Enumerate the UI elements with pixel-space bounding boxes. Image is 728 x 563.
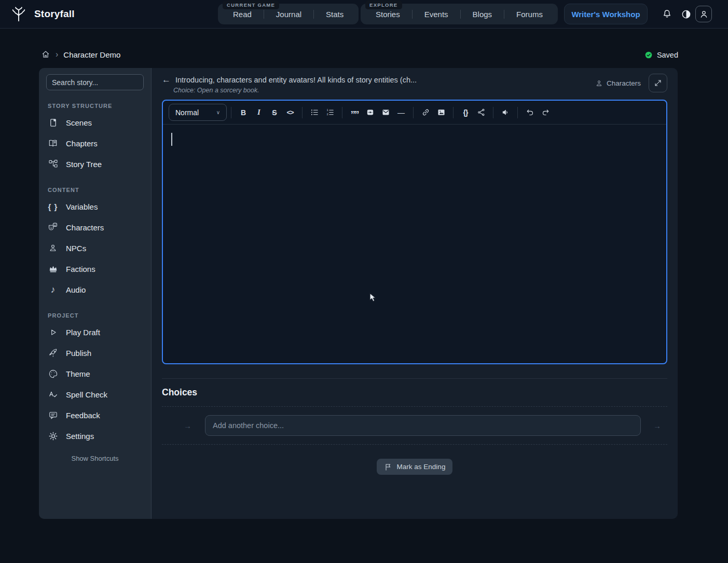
chapters-book-icon: [48, 138, 58, 148]
sidebar-item-factions[interactable]: Factions: [46, 258, 144, 279]
sidebar-item-spell-check[interactable]: Spell Check: [46, 384, 144, 405]
numbered-list-icon: 1 2: [326, 108, 335, 117]
redo-button[interactable]: [538, 105, 553, 120]
sidebar-item-scenes[interactable]: Scenes: [46, 112, 144, 133]
toolbar-divider: [493, 107, 493, 118]
passage-subtitle: Choice: Open a sorcery book.: [173, 87, 667, 94]
paragraph-style-dropdown[interactable]: Normal ∨: [169, 104, 227, 121]
arrow-right-icon: →: [184, 421, 191, 430]
save-status-label: Saved: [657, 51, 678, 59]
section-divider: [162, 378, 667, 379]
music-note-icon: ♪: [48, 284, 58, 295]
editor-text-area[interactable]: [163, 125, 666, 363]
nav-group-badge: CURRENT GAME: [223, 1, 279, 9]
branch-share-button[interactable]: [473, 105, 489, 120]
sidebar-item-label: Chapters: [66, 139, 98, 148]
numbered-list-button[interactable]: 1 2: [322, 105, 338, 120]
crown-icon: [48, 264, 58, 274]
user-icon: [699, 9, 709, 19]
toolbar-divider: [413, 107, 414, 118]
expand-arrows-icon: [654, 79, 662, 87]
home-icon[interactable]: [41, 50, 50, 59]
nav-item-journal[interactable]: Journal: [264, 10, 313, 19]
image-icon: [437, 108, 446, 117]
sidebar-item-variables[interactable]: { } Variables: [46, 196, 144, 217]
sidebar-item-label: Spell Check: [66, 390, 107, 399]
expand-editor-button[interactable]: [649, 74, 667, 92]
show-shortcuts-link[interactable]: Show Shortcuts: [46, 455, 144, 462]
redo-icon: [541, 108, 550, 117]
horizontal-rule-button[interactable]: —: [393, 105, 409, 120]
nav-item-stats[interactable]: Stats: [314, 10, 355, 19]
add-choice-zone: → →: [162, 406, 667, 445]
notifications-bell-icon[interactable]: [662, 9, 672, 20]
blockquote-button[interactable]: ””: [347, 105, 362, 120]
italic-button[interactable]: I: [251, 105, 267, 120]
svg-text:2: 2: [326, 113, 328, 116]
sidebar-item-theme[interactable]: Theme: [46, 363, 144, 384]
sidebar-item-npcs[interactable]: NPCs: [46, 238, 144, 258]
share-nodes-icon: [477, 108, 486, 117]
undo-button[interactable]: [522, 105, 538, 120]
audio-insert-button[interactable]: [498, 105, 513, 120]
theme-contrast-icon[interactable]: [681, 9, 692, 20]
top-navbar: Storyfall CURRENT GAME Read Journal Stat…: [0, 0, 728, 29]
nav-item-stories[interactable]: Stories: [364, 10, 412, 19]
variable-braces-button[interactable]: {}: [458, 105, 473, 120]
mark-as-ending-button[interactable]: Mark as Ending: [377, 459, 453, 475]
sidebar-item-label: Variables: [66, 202, 98, 211]
saved-check-icon: [644, 51, 653, 59]
flag-icon: [384, 463, 392, 471]
inline-button-insert-button[interactable]: [362, 105, 378, 120]
mark-as-ending-label: Mark as Ending: [397, 463, 446, 471]
bullet-list-button[interactable]: [307, 105, 322, 120]
paragraph-style-value: Normal: [175, 108, 199, 117]
image-insert-button[interactable]: [433, 105, 449, 120]
add-choice-input[interactable]: [205, 415, 641, 436]
bold-button[interactable]: B: [236, 105, 251, 120]
story-tree-icon: [48, 159, 58, 169]
sidebar-item-label: Scenes: [66, 118, 92, 127]
writers-workshop-button[interactable]: Writer's Workshop: [564, 4, 648, 24]
sidebar-item-audio[interactable]: ♪ Audio: [46, 279, 144, 300]
sidebar-item-label: Publish: [66, 349, 91, 358]
feedback-bubble-icon: [48, 410, 58, 420]
arrow-right-icon: →: [653, 421, 661, 430]
breadcrumb: › Character Demo: [41, 50, 120, 59]
sidebar-item-settings[interactable]: Settings: [46, 425, 144, 446]
nav-group-current-game: CURRENT GAME Read Journal Stats: [218, 4, 359, 24]
sidebar-item-characters[interactable]: Characters: [46, 217, 144, 238]
back-arrow-button[interactable]: ←: [162, 75, 171, 84]
strikethrough-button[interactable]: S: [267, 105, 282, 120]
sidebar-item-label: Story Tree: [66, 160, 102, 169]
mail-insert-button[interactable]: [378, 105, 393, 120]
save-status: Saved: [644, 51, 678, 59]
characters-button[interactable]: Characters: [595, 79, 641, 87]
undo-icon: [526, 108, 534, 117]
person-icon: [595, 79, 603, 87]
sidebar-item-label: Settings: [66, 432, 94, 441]
scenes-file-icon: [48, 118, 58, 128]
svg-text:1: 1: [326, 109, 328, 112]
sidebar-item-feedback[interactable]: Feedback: [46, 405, 144, 425]
section-title-content: CONTENT: [48, 187, 142, 193]
link-icon: [421, 108, 430, 117]
sidebar-item-play-draft[interactable]: Play Draft: [46, 322, 144, 342]
envelope-icon: [381, 108, 390, 117]
nav-item-forums[interactable]: Forums: [504, 10, 555, 19]
link-button[interactable]: [418, 105, 433, 120]
sidebar-item-story-tree[interactable]: Story Tree: [46, 154, 144, 174]
nav-group-badge: EXPLORE: [365, 1, 402, 9]
sidebar-item-publish[interactable]: Publish: [46, 342, 144, 363]
toolbar-divider: [231, 107, 231, 118]
inline-code-button[interactable]: <>: [282, 105, 298, 120]
spellcheck-icon: [48, 390, 58, 400]
nav-group-explore: EXPLORE Stories Events Blogs Forums: [361, 4, 558, 24]
search-input[interactable]: [46, 74, 144, 90]
nav-item-blogs[interactable]: Blogs: [461, 10, 504, 19]
sidebar-item-chapters[interactable]: Chapters: [46, 133, 144, 154]
nav-item-read[interactable]: Read: [221, 10, 264, 19]
palette-icon: [48, 369, 58, 379]
nav-item-events[interactable]: Events: [413, 10, 460, 19]
user-account-button[interactable]: [695, 6, 712, 22]
